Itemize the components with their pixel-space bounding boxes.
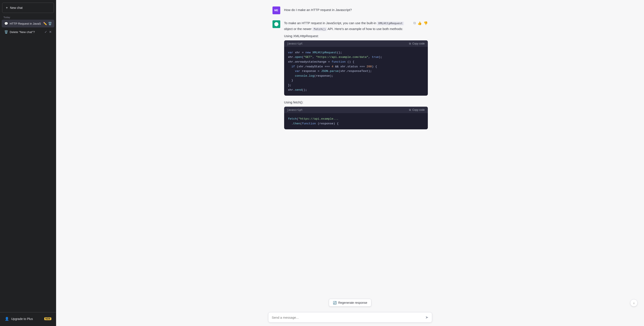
- ai-intro-2: object or the newer: [284, 27, 312, 31]
- thumbs-up-icon[interactable]: 👍: [418, 21, 422, 25]
- ai-avatar: [272, 20, 280, 28]
- xhr-code-block-wrapper: javascript ⧉ Copy code var xhr = new XML…: [268, 40, 432, 96]
- edit-icon[interactable]: ✏️: [43, 22, 47, 25]
- today-section-label: Today: [0, 15, 56, 20]
- user-message-content: How do I make an HTTP request in Javascr…: [284, 7, 428, 13]
- send-button[interactable]: ➤: [423, 315, 428, 320]
- xhr-code-lang: javascript: [287, 42, 303, 45]
- regenerate-icon: 🔄: [333, 301, 336, 304]
- ai-intro-1: To make an HTTP request in JavaScript, y…: [284, 21, 377, 25]
- ai-message-content: To make an HTTP request in JavaScript, y…: [284, 20, 410, 32]
- copy-icon-small-2: ⧉: [409, 108, 411, 111]
- fetch-section-label: Using fetch():: [268, 100, 432, 104]
- copy-fetch-code-button[interactable]: ⧉ Copy code: [409, 108, 424, 111]
- ai-code-2: fetch(): [312, 28, 327, 31]
- confirm-delete-icon[interactable]: ✓: [44, 30, 47, 34]
- upgrade-label: Upgrade to Plus: [11, 317, 33, 320]
- delete-confirm-row: 🗑️ Delete "New chat"? ✓ ✕: [2, 28, 54, 36]
- message-input[interactable]: [272, 316, 423, 319]
- input-area: 🔄 Regenerate response ➤: [56, 309, 644, 326]
- upgrade-button[interactable]: 👤 Upgrade to Plus NEW: [2, 314, 54, 323]
- thumbs-down-icon[interactable]: 👎: [424, 21, 428, 25]
- chat-item-label: HTTP Request in JavaS: [10, 22, 42, 25]
- delete-confirm-label: Delete "New chat"?: [10, 31, 42, 34]
- copy-icon-small: ⧉: [409, 42, 411, 45]
- sidebar-bottom: 👤 Upgrade to Plus NEW: [0, 312, 56, 326]
- chat-history-item[interactable]: 💬 HTTP Request in JavaS ✏️ 🗑️: [2, 20, 54, 28]
- ai-message-row: To make an HTTP request in JavaScript, y…: [268, 20, 432, 32]
- copy-code-label: Copy code: [412, 42, 424, 45]
- user-icon: 👤: [5, 317, 9, 321]
- delete-icon[interactable]: 🗑️: [48, 22, 52, 25]
- fetch-code-header: javascript ⧉ Copy code: [284, 107, 428, 113]
- message-input-wrapper: ➤: [268, 312, 432, 322]
- xhr-code-header: javascript ⧉ Copy code: [284, 40, 428, 47]
- xhr-section-label: Using XMLHttpRequest:: [268, 34, 432, 38]
- user-question-text: How do I make an HTTP request in Javascr…: [284, 8, 352, 12]
- regenerate-response-button[interactable]: 🔄 Regenerate response: [329, 299, 372, 306]
- chat-bubble-icon: 💬: [4, 22, 8, 25]
- copy-code-label-2: Copy code: [412, 108, 424, 111]
- ai-code-1: XMLHttpRequest: [377, 22, 404, 25]
- fetch-code-block: javascript ⧉ Copy code fetch("https://ap…: [284, 107, 428, 129]
- regenerate-label: Regenerate response: [338, 301, 368, 304]
- copy-xhr-code-button[interactable]: ⧉ Copy code: [409, 42, 424, 45]
- sidebar: + New chat Today 💬 HTTP Request in JavaS…: [0, 0, 56, 326]
- scroll-down-button[interactable]: ↓: [630, 299, 638, 306]
- ai-intro-3: API. Here's an example of how to use bot…: [327, 27, 403, 31]
- trash-icon: 🗑️: [4, 30, 8, 34]
- plus-icon: +: [6, 6, 8, 10]
- copy-icon[interactable]: ⧉: [413, 21, 416, 25]
- xhr-code-block: javascript ⧉ Copy code var xhr = new XML…: [284, 40, 428, 96]
- new-chat-label: New chat: [10, 6, 22, 10]
- fetch-code-lang: javascript: [287, 108, 303, 111]
- chat-area: ME How do I make an HTTP request in Java…: [56, 0, 644, 326]
- fetch-code-content: fetch("https://api.example... .then(func…: [284, 113, 428, 129]
- xhr-code-content: var xhr = new XMLHttpRequest(); xhr.open…: [284, 47, 428, 96]
- new-chat-button[interactable]: + New chat: [2, 3, 54, 13]
- fetch-code-block-wrapper: javascript ⧉ Copy code fetch("https://ap…: [268, 107, 432, 129]
- user-avatar: ME: [272, 7, 280, 14]
- user-message-row: ME How do I make an HTTP request in Java…: [268, 7, 432, 14]
- cancel-delete-icon[interactable]: ✕: [49, 30, 52, 34]
- main-content: ME How do I make an HTTP request in Java…: [56, 0, 644, 326]
- new-badge: NEW: [44, 317, 51, 320]
- user-avatar-text: ME: [274, 9, 278, 12]
- ai-action-icons: ⧉ 👍 👎: [413, 21, 428, 25]
